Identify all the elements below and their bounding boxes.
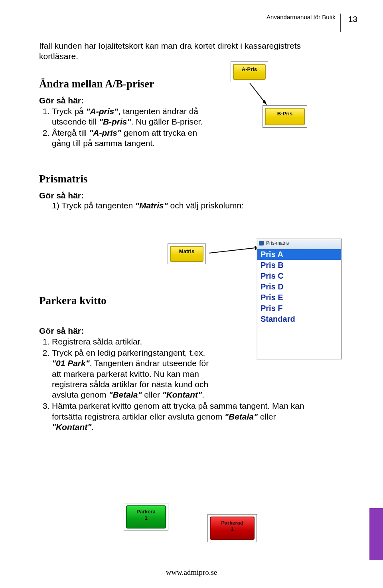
price-option-a[interactable]: Pris A xyxy=(257,249,341,260)
a-pris-frame: A-Pris xyxy=(231,61,268,82)
matris-button[interactable]: Matris xyxy=(170,246,203,262)
manual-title: Användarmanual för Butik xyxy=(267,14,336,20)
step-ab-1: Tryck på "A-pris", tangenten ändrar då u… xyxy=(52,106,211,127)
parkera-button[interactable]: Parkera 1 xyxy=(126,505,166,529)
step-park-3: Hämta parkerat kvitto genom att trycka p… xyxy=(52,401,307,432)
price-option-standard[interactable]: Standard xyxy=(257,314,341,325)
steps-list-ab: Tryck på "A-pris", tangenten ändrar då u… xyxy=(39,106,211,149)
figure-ab-buttons: A-Pris B-Pris xyxy=(219,61,338,153)
price-option-f[interactable]: Pris F xyxy=(257,303,341,314)
page-number: 13 xyxy=(340,14,357,32)
page-footer-url: www.admipro.se xyxy=(0,568,383,577)
price-option-b[interactable]: Pris B xyxy=(257,260,341,271)
side-color-strip xyxy=(369,508,383,560)
step-ab-2: Återgå till "A-pris" genom att trycka en… xyxy=(52,128,211,149)
steps-label-prism: Gör så här: xyxy=(39,191,357,200)
price-option-e[interactable]: Pris E xyxy=(257,292,341,303)
b-pris-button[interactable]: B-Pris xyxy=(265,108,305,125)
matris-frame: Matris xyxy=(168,244,206,264)
step-prism-1: 1) Tryck på tangenten "Matris" och välj … xyxy=(52,200,331,211)
popup-app-icon xyxy=(259,241,264,245)
popup-titlebar: Pris-matris xyxy=(257,239,341,249)
figure-prismatris: Matris Pris-matris Pris A Pris B Pris C … xyxy=(168,239,351,382)
heading-prismatris: Prismatris xyxy=(39,173,357,185)
svg-line-2 xyxy=(209,247,259,253)
parkerad-button[interactable]: Parkerad 1 xyxy=(210,517,255,540)
b-pris-frame: B-Pris xyxy=(263,105,307,128)
page-header: Användarmanual för Butik 13 xyxy=(39,14,357,32)
document-page: Användarmanual för Butik 13 Ifall kunden… xyxy=(0,0,383,588)
arrow-matris-to-list-icon xyxy=(207,244,263,256)
parkerad-frame: Parkerad 1 xyxy=(207,514,257,542)
price-matrix-popup: Pris-matris Pris A Pris B Pris C Pris D … xyxy=(257,239,342,359)
intro-paragraph: Ifall kunden har lojalitetskort kan man … xyxy=(39,41,318,62)
price-option-c[interactable]: Pris C xyxy=(257,271,341,281)
price-option-d[interactable]: Pris D xyxy=(257,281,341,292)
a-pris-button[interactable]: A-Pris xyxy=(233,64,266,80)
parkera-frame: Parkera 1 xyxy=(124,503,168,531)
figure-park-buttons: Parkera 1 Parkerad 1 xyxy=(124,503,307,551)
